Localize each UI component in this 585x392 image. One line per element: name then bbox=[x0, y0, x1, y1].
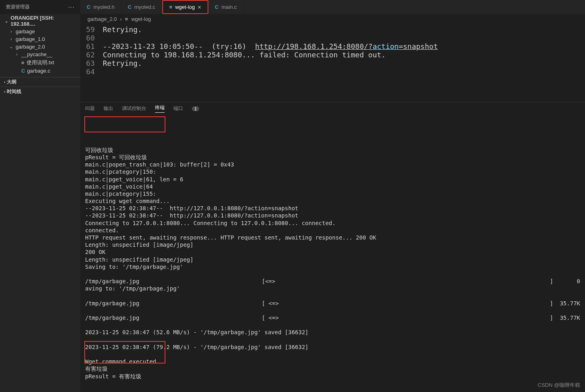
watermark: CSDN @咖喱年糕 bbox=[538, 382, 580, 389]
port-badge: 1 bbox=[192, 106, 199, 111]
code-line: Retrying. bbox=[103, 59, 142, 67]
outline-section[interactable]: › 大纲 bbox=[0, 77, 80, 87]
tree-item[interactable]: ≡使用说明.txt bbox=[0, 58, 80, 67]
panel-tabs: 问题输出调试控制台终端端口1 bbox=[80, 102, 585, 115]
terminal-line: main.c|pget_voice|61, len = 6 bbox=[85, 176, 580, 183]
panel-tab[interactable]: 终端 bbox=[155, 104, 165, 113]
line-number: 61 bbox=[80, 42, 103, 51]
tab-myoled.h[interactable]: Cmyoled.h bbox=[80, 0, 121, 14]
panel-tab[interactable]: 输出 bbox=[104, 105, 113, 112]
highlight-box bbox=[84, 341, 165, 364]
terminal-line: main.c|pcategory|155: bbox=[85, 190, 580, 197]
tab-main.c[interactable]: Cmain.c bbox=[208, 0, 244, 14]
tree-item[interactable]: Cgarbage.c bbox=[0, 67, 80, 75]
tree-item[interactable]: ›__pycache__ bbox=[0, 51, 80, 58]
chevron-icon: › bbox=[14, 52, 19, 57]
line-number: 64 bbox=[80, 67, 103, 76]
code-line: Retrying. bbox=[103, 25, 142, 34]
breadcrumb[interactable]: garbage_2.0 › ≡ wget-log bbox=[80, 14, 585, 24]
line-number: 60 bbox=[80, 34, 103, 42]
terminal-line: /tmp/garbage.jpg[<=>] 0 bbox=[85, 278, 580, 285]
terminal-line: Saving to: '/tmp/garbage.jpg' bbox=[85, 263, 580, 270]
file-icon: C bbox=[21, 68, 25, 74]
terminal-line: /tmp/garbage.jpg[ <=>] 35.77K bbox=[85, 300, 580, 307]
highlight-box bbox=[84, 116, 165, 132]
file-icon: C bbox=[87, 4, 90, 10]
remote-host[interactable]: ⌄ORANGEPI [SSH: 192.168.... bbox=[0, 14, 80, 28]
code-line: Connecting to 198.168.1.254:8080... fail… bbox=[103, 51, 385, 59]
explorer-header: 资源管理器 ··· bbox=[0, 0, 80, 14]
file-icon: C bbox=[128, 4, 131, 10]
line-number: 59 bbox=[80, 25, 103, 34]
panel-tab[interactable]: 端口 bbox=[173, 105, 183, 112]
code-line: --2023-11-23 10:05:50-- (try:16) http://… bbox=[103, 42, 438, 51]
tree-item[interactable]: ›garbage_1.0 bbox=[0, 35, 80, 43]
line-number: 63 bbox=[80, 59, 103, 67]
terminal-line bbox=[85, 270, 580, 278]
terminal-line: HTTP request sent, awaiting response... … bbox=[85, 234, 580, 241]
sidebar: ⌄ORANGEPI [SSH: 192.168.... ›garbage›gar… bbox=[0, 14, 80, 392]
file-icon: C bbox=[215, 4, 218, 10]
panel-tab[interactable]: 问题 bbox=[85, 105, 95, 112]
more-icon[interactable]: ··· bbox=[68, 4, 75, 11]
terminal-line: main.c|pcategory|150: bbox=[85, 168, 580, 175]
terminal-line: main.c|popen_trash_can|103: buffer[2] = … bbox=[85, 161, 580, 168]
terminal-line: Length: unspecified [image/jpeg] bbox=[85, 241, 580, 248]
file-icon: ≡ bbox=[169, 4, 173, 10]
chevron-icon: › bbox=[9, 29, 14, 34]
tree-item[interactable]: ›garbage bbox=[0, 28, 80, 35]
panel-tab[interactable]: 调试控制台 bbox=[122, 105, 146, 112]
terminal-line: Length: unspecified [image/jpeg] bbox=[85, 256, 580, 263]
tab-bar: Cmyoled.hCmyoled.c≡wget-log×Cmain.c bbox=[80, 0, 585, 14]
file-icon: ≡ bbox=[21, 60, 24, 66]
terminal-line: 2023-11-25 02:38:47 (52.6 MB/s) - '/tmp/… bbox=[85, 329, 580, 336]
timeline-section[interactable]: › 时间线 bbox=[0, 87, 80, 96]
terminal-line: pResult = 有害垃圾 bbox=[85, 373, 580, 380]
terminal-line: 可回收垃圾 bbox=[85, 146, 580, 154]
terminal-line: pResult = 可回收垃圾 bbox=[85, 154, 580, 161]
tree-item[interactable]: ⌄garbage_2.0 bbox=[0, 43, 80, 51]
terminal-line: connected. bbox=[85, 227, 580, 234]
chevron-icon: ⌄ bbox=[9, 45, 14, 49]
tab-wget-log[interactable]: ≡wget-log× bbox=[162, 0, 209, 14]
file-icon: ≡ bbox=[125, 16, 128, 22]
terminal[interactable]: 可回收垃圾pResult = 可回收垃圾main.c|popen_trash_c… bbox=[80, 115, 585, 392]
chevron-icon: › bbox=[9, 37, 14, 41]
terminal-line: Connecting to 127.0.0.1:8080... Connecti… bbox=[85, 219, 580, 227]
terminal-line: Executing wget command... bbox=[85, 197, 580, 205]
terminal-line: 200 OK bbox=[85, 248, 580, 256]
close-icon[interactable]: × bbox=[198, 4, 201, 10]
terminal-line: main.c|pget_voice|64 bbox=[85, 183, 580, 190]
editor[interactable]: 59Retrying.6061--2023-11-23 10:05:50-- (… bbox=[80, 24, 585, 102]
terminal-line: --2023-11-25 02:38:47-- http://127.0.0.1… bbox=[85, 205, 580, 212]
terminal-line: --2023-11-25 02:38:47-- http://127.0.0.1… bbox=[85, 212, 580, 219]
terminal-line: /tmp/garbage.jpg[ <=>] 35.77K bbox=[85, 314, 580, 321]
line-number: 62 bbox=[80, 51, 103, 59]
tab-myoled.c[interactable]: Cmyoled.c bbox=[121, 0, 162, 14]
explorer-title: 资源管理器 bbox=[6, 4, 30, 10]
terminal-line: 有害垃圾 bbox=[85, 365, 580, 372]
